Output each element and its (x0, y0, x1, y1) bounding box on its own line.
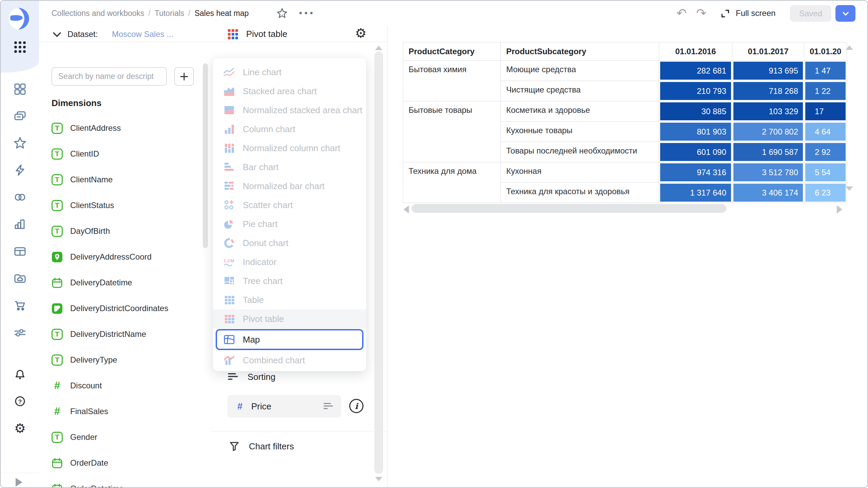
fullscreen-icon[interactable] (720, 8, 731, 19)
sorting-field-label: Price (251, 401, 323, 412)
menu-item-label: Pivot table (243, 314, 284, 324)
visualization-type-menu: Line chart Stacked area chart Normalized… (213, 58, 367, 371)
menu-item-pie-chart[interactable]: Pie chart (213, 215, 366, 233)
help-icon[interactable]: ? (13, 394, 27, 408)
menu-item-donut-chart[interactable]: Donut chart (213, 233, 366, 252)
dataset-header[interactable]: Dataset: Moscow Sales ... (39, 26, 211, 42)
menu-item-label: Donut chart (243, 238, 288, 248)
field-label: Gender (70, 432, 97, 442)
settings-gear-icon[interactable]: ⚙ (13, 421, 27, 435)
table-icon (223, 294, 235, 306)
field-item-DeliveryAddressCoord[interactable]: DeliveryAddressCoord (39, 244, 202, 270)
visualization-selector-label: Pivot table (246, 29, 287, 39)
field-item-OrderDate[interactable]: OrderDate (39, 450, 202, 476)
config-panel-scrollbar[interactable] (374, 52, 383, 474)
menu-item-tree-chart[interactable]: Tree chart (213, 271, 366, 290)
hscroll-left-arrow-icon[interactable] (403, 205, 409, 214)
vscroll-up-arrow-icon[interactable] (846, 45, 853, 50)
menu-item-label: Line chart (243, 67, 281, 78)
field-item-ClientAddress[interactable]: TClientAddress (39, 115, 202, 141)
save-dropdown-button[interactable] (835, 5, 855, 22)
menu-item-combined-chart[interactable]: Combined chart (213, 351, 366, 370)
scroll-up-icon[interactable] (375, 46, 382, 50)
sort-direction-icon[interactable] (323, 401, 334, 411)
field-item-DeliveryDistrictName[interactable]: TDeliveryDistrictName (39, 321, 202, 347)
menu-item-column-chart[interactable]: Column chart (213, 120, 366, 139)
charts-icon[interactable] (13, 217, 27, 231)
field-item-ClientName[interactable]: TClientName (39, 167, 202, 192)
dataset-panel-scrollbar[interactable] (203, 63, 208, 248)
fullscreen-button[interactable]: Full screen (736, 8, 775, 18)
apps-grid-icon[interactable] (13, 40, 27, 54)
dataset-name-link[interactable]: Moscow Sales ... (112, 29, 173, 39)
saved-button[interactable]: Saved (790, 5, 831, 22)
menu-item-map[interactable]: Map (216, 329, 363, 350)
menu-item-scatter-chart[interactable]: Scatter chart (213, 196, 366, 215)
heat-value-cell: 5 54 (804, 162, 847, 183)
chart-settings-gear-icon[interactable]: ⚙ (355, 27, 367, 40)
tables-icon[interactable] (13, 244, 27, 259)
field-item-ClientID[interactable]: TClientID (39, 141, 202, 167)
field-label: ClientAddress (70, 123, 121, 133)
menu-item-bar-chart[interactable]: Bar chart (213, 158, 366, 177)
favorite-star-icon[interactable] (276, 7, 288, 19)
hscroll-thumb[interactable] (412, 204, 726, 213)
favorites-star-icon[interactable] (13, 136, 27, 150)
heat-value-cell: 210 793 (659, 81, 732, 101)
menu-item-normalized-stacked-area-chart[interactable]: Normalized stacked area chart (213, 101, 366, 120)
breadcrumb-collections[interactable]: Collections and workbooks (52, 9, 144, 18)
field-info-icon[interactable]: i (349, 399, 363, 413)
menu-item-pivot-table[interactable]: Pivot table (213, 309, 366, 328)
heat-value-cell: 6 23 (804, 183, 847, 203)
rail-collapse-arrow-icon[interactable] (16, 478, 22, 487)
date-field-icon (52, 458, 63, 469)
vscroll-down-arrow-icon[interactable] (846, 186, 853, 191)
redo-icon[interactable]: ↷ (696, 6, 706, 20)
text-field-icon: T (52, 432, 63, 443)
heat-value-cell: 30 885 (659, 101, 732, 122)
connections-venn-icon[interactable] (13, 190, 27, 204)
text-field-icon: T (52, 329, 63, 340)
field-item-FinalSales[interactable]: #FinalSales (39, 399, 202, 424)
field-item-DeliveryType[interactable]: TDeliveryType (39, 347, 202, 373)
chart-filters-section[interactable]: Chart filters (229, 440, 294, 452)
geopolygon-field-icon (52, 303, 63, 314)
field-item-ClientStatus[interactable]: TClientStatus (39, 192, 202, 218)
hscroll-right-arrow-icon[interactable] (837, 205, 842, 214)
heat-value-cell: 2 700 802 (732, 122, 804, 142)
undo-icon[interactable]: ↶ (676, 6, 687, 20)
field-item-DayOfBirth[interactable]: TDayOfBirth (39, 218, 202, 244)
heat-value-cell: 913 695 (732, 61, 804, 81)
breadcrumb-tutorials[interactable]: Tutorials (155, 9, 184, 18)
field-search-input[interactable] (52, 67, 167, 86)
field-item-Discount[interactable]: #Discount (39, 373, 202, 399)
field-item-DeliveryDistrictCoordinates[interactable]: DeliveryDistrictCoordinates (39, 296, 202, 321)
menu-item-table[interactable]: Table (213, 290, 366, 309)
marketplace-cart-icon[interactable] (13, 299, 27, 313)
collections-icon[interactable] (13, 109, 27, 123)
menu-item-stacked-area-chart[interactable]: Stacked area chart (213, 82, 366, 101)
menu-item-normalized-bar-chart[interactable]: Normalized bar chart (213, 177, 366, 196)
field-label: ClientName (70, 175, 113, 184)
menu-item-normalized-column-chart[interactable]: Normalized column chart (213, 139, 366, 158)
scroll-down-icon[interactable] (375, 477, 382, 481)
subcategory-cell: Товары последней необходимости (501, 142, 659, 162)
dashboards-icon[interactable] (13, 82, 27, 96)
datalens-logo-icon[interactable] (8, 7, 31, 30)
menu-item-line-chart[interactable]: Line chart (213, 63, 366, 82)
menu-item-label: Scatter chart (243, 200, 293, 210)
notifications-bell-icon[interactable] (13, 368, 27, 382)
sorting-field-price-chip[interactable]: # Price (227, 395, 341, 418)
more-actions-icon[interactable] (299, 12, 313, 14)
field-item-Gender[interactable]: TGender (39, 424, 202, 450)
menu-item-indicator[interactable]: 1.2 M Indicator (213, 252, 366, 271)
storage-folder-icon[interactable] (13, 271, 27, 286)
field-item-OrderDatetime[interactable]: OrderDatetime (39, 476, 202, 488)
field-item-DeliveryDatetime[interactable]: DeliveryDatetime (39, 270, 202, 296)
add-field-button[interactable] (174, 67, 194, 86)
services-sliders-icon[interactable] (13, 326, 27, 340)
visualization-selector[interactable]: Pivot table (227, 28, 287, 40)
sort-icon (227, 371, 239, 382)
editor-lightning-icon[interactable] (13, 163, 27, 177)
history-controls: ↶ ↷ (676, 6, 706, 20)
